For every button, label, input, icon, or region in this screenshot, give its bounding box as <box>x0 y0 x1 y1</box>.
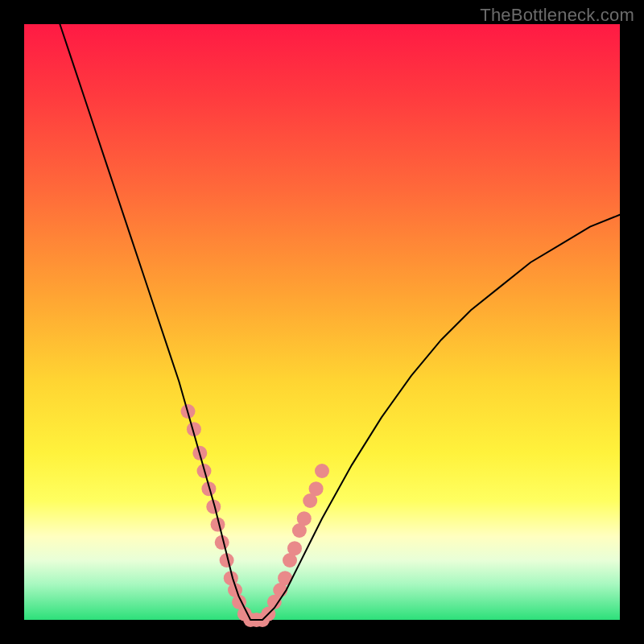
highlight-dot <box>309 481 324 496</box>
highlight-dots-layer <box>181 404 330 627</box>
outer-frame: TheBottleneck.com <box>0 0 644 644</box>
highlight-dot <box>297 511 312 526</box>
highlight-dot <box>287 541 302 555</box>
highlight-dot <box>315 464 329 478</box>
plot-area <box>24 24 620 620</box>
bottleneck-curve <box>60 24 620 620</box>
curve-svg <box>24 24 620 620</box>
watermark-text: TheBottleneck.com <box>480 5 634 26</box>
